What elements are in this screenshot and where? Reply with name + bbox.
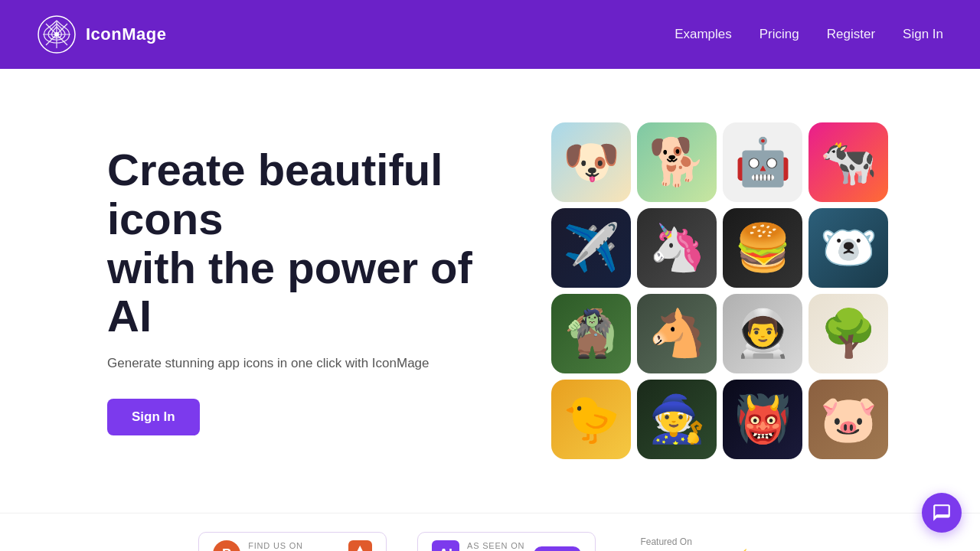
icon-emoji-16: 🐷	[820, 396, 877, 442]
icon-emoji-2: 🐕	[648, 139, 706, 185]
icon-emoji-4: 🐄	[820, 139, 877, 185]
ph-icon: P	[213, 540, 240, 551]
nav-signin[interactable]: Sign In	[903, 27, 943, 42]
icon-grid-wrapper: 🐶🐕🤖🐄✈️🦄🍔🐻‍❄️🧌🐴👨‍🚀🌳🐤🧙👹🐷	[551, 115, 888, 459]
icon-emoji-13: 🐤	[563, 396, 620, 442]
navbar: IconMage Examples Pricing Register Sign …	[0, 0, 980, 69]
producthunt-badge[interactable]: P FIND US ON Product Hunt ▲ 37	[198, 532, 387, 551]
icon-emoji-14: 🧙	[648, 396, 706, 442]
icon-cell-16: 🐷	[808, 380, 888, 459]
ai-label-small: AS SEEN ON	[467, 541, 526, 550]
hero-heading: Create beautiful icons with the power of…	[107, 145, 521, 341]
hero-cta-button[interactable]: Sign In	[107, 399, 200, 435]
icon-cell-13: 🐤	[551, 380, 631, 459]
logo-icon	[37, 15, 77, 54]
icon-emoji-3: 🤖	[734, 139, 792, 185]
icon-cell-12: 🌳	[808, 294, 888, 373]
icon-cell-14: 🧙	[637, 380, 717, 459]
svg-text:P: P	[222, 546, 231, 551]
badges-row: P FIND US ON Product Hunt ▲ 37 AI AS SEE…	[0, 513, 980, 551]
icon-cell-4: 🐄	[808, 122, 888, 202]
icon-cell-6: 🦄	[637, 208, 717, 288]
aiscout-badge[interactable]: AI AS SEEN ON AI Scout Listed	[417, 532, 596, 551]
icon-emoji-15: 👹	[734, 396, 792, 442]
hero-subtext: Generate stunning app icons in one click…	[107, 356, 521, 371]
icon-emoji-7: 🍔	[734, 225, 792, 271]
icon-cell-10: 🐴	[637, 294, 717, 373]
icon-emoji-11: 👨‍🚀	[734, 311, 792, 357]
logo-text: IconMage	[86, 24, 166, 44]
powered-badge: Featured On Poweredby⚡AI	[626, 529, 781, 551]
hero-section: Create beautiful icons with the power of…	[0, 69, 980, 513]
icon-emoji-5: ✈️	[563, 225, 620, 271]
ai-listed-badge: Listed	[534, 546, 581, 552]
icon-emoji-12: 🌳	[820, 311, 877, 357]
icon-cell-9: 🧌	[551, 294, 631, 373]
icon-emoji-9: 🧌	[563, 311, 620, 357]
icon-emoji-6: 🦄	[648, 225, 706, 271]
hero-text: Create beautiful icons with the power of…	[107, 115, 521, 435]
icon-grid: 🐶🐕🤖🐄✈️🦄🍔🐻‍❄️🧌🐴👨‍🚀🌳🐤🧙👹🐷	[551, 122, 888, 459]
nav-links: Examples Pricing Register Sign In	[675, 27, 943, 42]
nav-pricing[interactable]: Pricing	[760, 27, 799, 42]
icon-cell-8: 🐻‍❄️	[808, 208, 888, 288]
icon-cell-1: 🐶	[551, 122, 631, 202]
icon-cell-7: 🍔	[723, 208, 802, 288]
icon-emoji-1: 🐶	[563, 139, 620, 185]
ph-text: FIND US ON Product Hunt	[248, 541, 340, 551]
chat-icon	[932, 503, 952, 523]
nav-register[interactable]: Register	[827, 27, 875, 42]
aiscout-icon: AI	[432, 540, 459, 551]
icon-emoji-8: 🐻‍❄️	[820, 225, 877, 271]
icon-cell-11: 👨‍🚀	[723, 294, 802, 373]
logo-link[interactable]: IconMage	[37, 15, 166, 54]
chat-bubble-button[interactable]	[922, 493, 962, 533]
powered-small: Featured On	[640, 536, 691, 547]
icon-cell-2: 🐕	[637, 122, 717, 202]
icon-cell-15: 👹	[723, 380, 802, 459]
icon-cell-3: 🤖	[723, 122, 802, 202]
ph-arrow: ▲	[354, 542, 365, 551]
aiscout-text: AS SEEN ON AI Scout	[467, 541, 526, 551]
nav-examples[interactable]: Examples	[675, 27, 732, 42]
icon-cell-5: ✈️	[551, 208, 631, 288]
icon-emoji-10: 🐴	[648, 311, 706, 357]
ph-count: ▲ 37	[348, 540, 373, 551]
svg-point-5	[54, 32, 59, 37]
ph-label-small: FIND US ON	[248, 541, 340, 550]
